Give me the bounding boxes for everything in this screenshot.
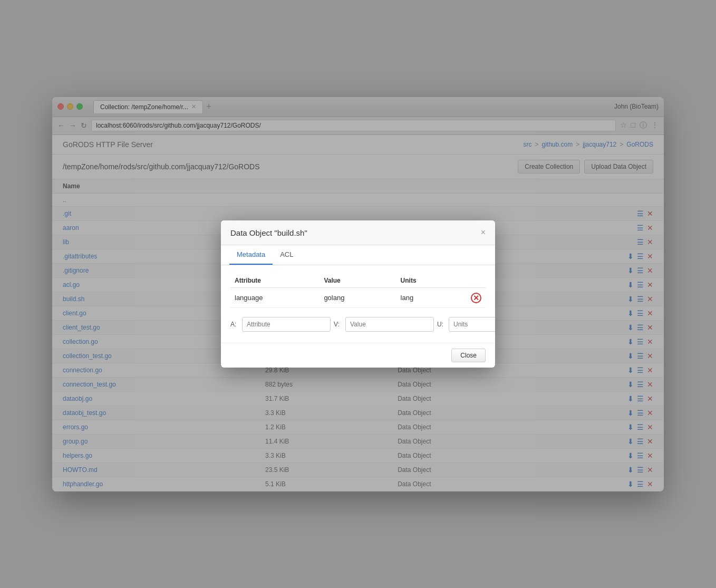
avu-value-input[interactable]	[345, 317, 434, 332]
modal: Data Object "build.sh" × Metadata ACL At…	[221, 220, 495, 368]
tab-metadata[interactable]: Metadata	[229, 245, 273, 265]
delete-circle-icon: ✕	[471, 293, 481, 303]
delete-metadata-button[interactable]: ✕	[471, 292, 481, 303]
meta-delete-cell: ✕	[460, 288, 486, 308]
tab-acl[interactable]: ACL	[273, 245, 301, 265]
meta-units-cell: lang	[396, 288, 460, 308]
avu-u-label: U:	[437, 321, 446, 328]
modal-body: Attribute Value Units languagegolanglang…	[221, 265, 495, 343]
col-attribute: Attribute	[230, 274, 320, 288]
modal-header: Data Object "build.sh" ×	[221, 220, 495, 245]
modal-footer: Close	[221, 343, 495, 368]
avu-attribute-input[interactable]	[242, 317, 331, 332]
avu-units-input[interactable]	[449, 317, 495, 332]
avu-v-label: V:	[334, 321, 342, 328]
modal-close-footer-button[interactable]: Close	[451, 349, 486, 362]
modal-tabs: Metadata ACL	[221, 245, 495, 265]
meta-attribute-cell: language	[230, 288, 320, 308]
metadata-table: Attribute Value Units languagegolanglang…	[230, 274, 486, 308]
meta-value-cell: golang	[320, 288, 396, 308]
col-value: Value	[320, 274, 396, 288]
modal-close-button[interactable]: ×	[481, 228, 486, 237]
avu-form: A: V: U: Add AVU	[230, 314, 486, 334]
avu-a-label: A:	[230, 321, 239, 328]
col-delete	[460, 274, 486, 288]
col-units: Units	[396, 274, 460, 288]
metadata-row: languagegolanglang✕	[230, 288, 486, 308]
modal-title: Data Object "build.sh"	[230, 228, 307, 237]
modal-overlay: Data Object "build.sh" × Metadata ACL At…	[0, 0, 716, 588]
